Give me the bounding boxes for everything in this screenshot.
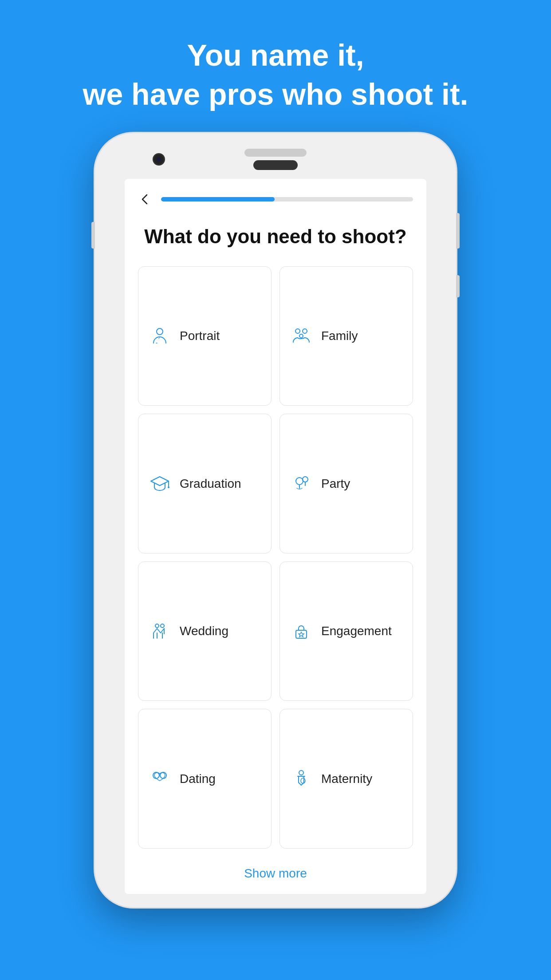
svg-point-20 [301,778,305,783]
svg-point-17 [153,772,159,778]
option-wedding[interactable]: Wedding [138,561,272,701]
svg-point-2 [303,329,307,333]
phone-frame: What do you need to shoot? Portrait [94,132,457,980]
option-portrait[interactable]: Portrait [138,266,272,406]
power-button-2 [456,275,460,297]
svg-marker-4 [151,477,169,486]
option-family[interactable]: Family [279,266,413,406]
maternity-label: Maternity [321,772,372,786]
option-engagement[interactable]: Engagement [279,561,413,701]
dating-icon [147,767,172,791]
svg-point-6 [168,486,169,488]
graduation-icon [147,471,172,496]
volume-button [91,222,95,249]
svg-point-3 [299,334,303,338]
portrait-icon [147,324,172,348]
option-party[interactable]: Party [279,414,413,553]
wedding-label: Wedding [180,624,228,638]
header-tagline: You name it, we have pros who shoot it. [47,0,504,132]
back-button[interactable] [138,192,152,206]
option-maternity[interactable]: Maternity [279,709,413,849]
svg-point-9 [303,477,308,482]
party-icon [289,471,313,496]
power-button [456,213,460,249]
front-camera [153,153,165,166]
family-label: Family [321,329,358,343]
top-speaker [244,149,307,157]
portrait-label: Portrait [180,329,220,343]
phone-screen: What do you need to shoot? Portrait [125,179,426,894]
option-dating[interactable]: Dating [138,709,272,849]
svg-point-11 [155,624,159,628]
svg-point-0 [157,328,163,335]
show-more-button[interactable]: Show more [125,858,426,894]
dating-label: Dating [180,772,216,786]
svg-point-7 [296,478,303,485]
maternity-icon [289,767,313,791]
graduation-label: Graduation [180,477,241,491]
svg-point-19 [299,771,303,775]
family-icon [289,324,313,348]
progress-fill [161,197,275,202]
app-header [125,179,426,211]
phone-body: What do you need to shoot? Portrait [94,132,457,909]
engagement-icon [289,619,313,644]
progress-bar [161,197,413,202]
svg-point-12 [161,624,164,628]
svg-point-1 [295,329,300,333]
question-title: What do you need to shoot? [125,211,426,262]
options-grid: Portrait Family [125,262,426,858]
phone-top-bar [95,142,456,174]
svg-marker-16 [299,632,304,637]
earpiece [253,160,298,170]
wedding-icon [147,619,172,644]
engagement-label: Engagement [321,624,392,638]
option-graduation[interactable]: Graduation [138,414,272,553]
svg-point-18 [160,772,166,778]
party-label: Party [321,477,350,491]
